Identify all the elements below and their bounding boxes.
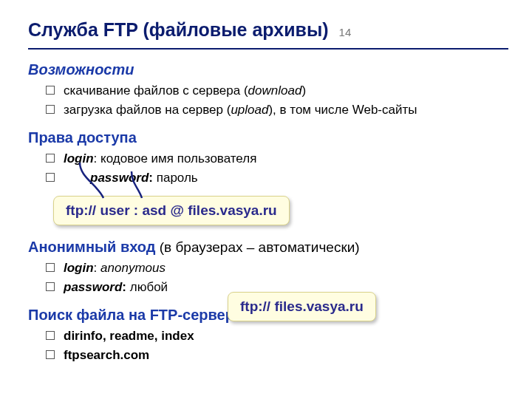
list-item: login: anonymous (46, 259, 508, 278)
heading-anonymous: Анонимный вход (в браузерах – автоматиче… (28, 239, 508, 256)
heading-capabilities: Возможности (28, 61, 508, 78)
text-bold: ftpsearch.com (64, 348, 149, 362)
list-item: dirinfo, readme, index (46, 327, 508, 346)
text-bold-italic: password (64, 280, 122, 294)
section-capabilities: Возможности скачивание файлов c сервера … (28, 61, 508, 119)
text-italic: download (248, 83, 302, 98)
heading-tail: (в браузерах – автоматически) (156, 239, 360, 255)
text-bold-italic: password (90, 171, 149, 185)
callout-ftp-anon: ftp:// files.vasya.ru (228, 292, 376, 321)
callout-ftp-auth: ftp:// user : asd @ files.vasya.ru (53, 196, 290, 225)
text-italic: upload (231, 103, 268, 117)
text-bold-italic: login (64, 261, 94, 275)
list-item: скачивание файлов c сервера (download) (46, 81, 508, 100)
section-anonymous: Анонимный вход (в браузерах – автоматиче… (28, 239, 508, 296)
section-access: Права доступа login: кодовое имя пользов… (28, 129, 508, 187)
page-title: Служба FTP (файловые архивы) (28, 19, 329, 45)
list-item: login: кодовое имя пользователя (46, 149, 508, 168)
text-italic: anonymous (100, 261, 166, 275)
text: ) (301, 83, 306, 98)
text: любой (126, 280, 168, 294)
text: скачивание файлов c сервера ( (64, 83, 248, 98)
list-item: password: пароль (46, 168, 508, 188)
list-item: ftpsearch.com (46, 346, 508, 365)
text: загрузка файлов на сервер ( (64, 103, 231, 117)
text-bold-italic: login (64, 151, 94, 166)
list-item: загрузка файлов на сервер (upload), в то… (46, 100, 508, 120)
text: пароль (153, 171, 198, 185)
text: : кодовое имя пользователя (94, 151, 257, 166)
heading-access: Права доступа (28, 129, 508, 146)
slide-number: 14 (339, 26, 352, 38)
text-bold: dirinfo, readme, index (64, 329, 194, 343)
text: ), в том числе Web-сайты (268, 103, 417, 117)
title-underline (28, 48, 508, 50)
text: : (94, 261, 100, 275)
heading-text: Анонимный вход (28, 239, 156, 255)
